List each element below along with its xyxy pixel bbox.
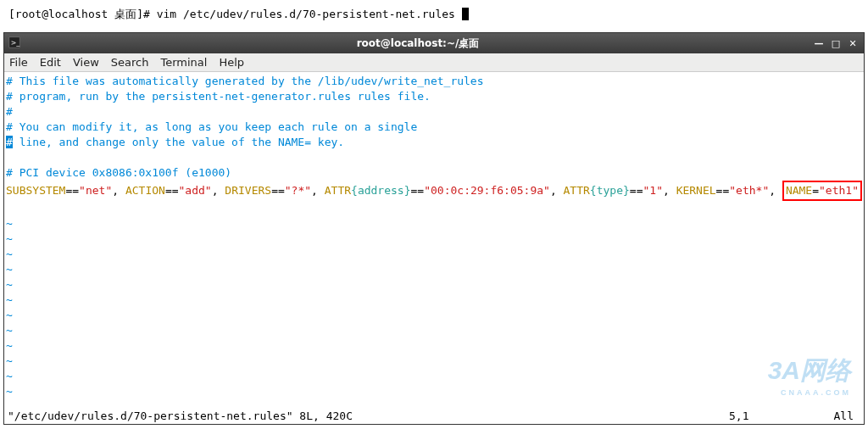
menu-terminal[interactable]: Terminal xyxy=(160,56,207,69)
vim-tilde: ~ xyxy=(6,354,13,367)
val-subsystem: "net" xyxy=(79,184,112,197)
attr-addr: {address} xyxy=(351,184,410,197)
kw-kernel: KERNEL xyxy=(676,184,716,197)
vim-tilde: ~ xyxy=(6,370,13,382)
attr-type: {type} xyxy=(590,184,630,197)
top-shell-prompt: [root@localhost 桌面]# vim /etc/udev/rules… xyxy=(0,0,868,29)
val-kernel: "eth*" xyxy=(729,184,769,197)
cursor-highlight: # xyxy=(6,136,13,148)
comment-line: line, and change only the value of the N… xyxy=(13,136,344,148)
vim-tilde: ~ xyxy=(6,263,13,276)
comment-line: # xyxy=(6,105,13,118)
status-cursor-pos: 5,1 xyxy=(729,410,748,422)
val-attr-type: "1" xyxy=(643,184,662,197)
prompt-text: [root@localhost 桌面]# vim /etc/udev/rules… xyxy=(8,8,462,20)
menu-search[interactable]: Search xyxy=(111,56,149,69)
minimize-icon: — xyxy=(815,38,824,49)
kw-subsystem: SUBSYSTEM xyxy=(6,184,65,197)
val-name: "eth1" xyxy=(819,184,859,197)
menu-edit[interactable]: Edit xyxy=(40,56,61,69)
vim-tilde: ~ xyxy=(6,385,13,398)
titlebar[interactable]: >_ root@localhost:~/桌面 — □ ✕ xyxy=(4,33,864,53)
terminal-window: >_ root@localhost:~/桌面 — □ ✕ File Edit V… xyxy=(3,32,865,425)
val-attr-addr: "00:0c:29:f6:05:9a" xyxy=(424,184,550,197)
svg-text:>_: >_ xyxy=(11,38,20,46)
status-scroll-pos: All xyxy=(834,410,854,422)
menu-bar: File Edit View Search Terminal Help xyxy=(4,53,864,72)
kw-attr-type: ATTR xyxy=(564,184,590,197)
vim-tilde: ~ xyxy=(6,293,13,306)
val-drivers: "?*" xyxy=(285,184,311,197)
vim-tilde: ~ xyxy=(6,232,13,245)
cursor xyxy=(462,8,469,20)
comment-line: # program, run by the persistent-net-gen… xyxy=(6,90,431,103)
comment-line: # This file was automatically generated … xyxy=(6,75,484,87)
vim-tilde: ~ xyxy=(6,324,13,337)
minimize-button[interactable]: — xyxy=(811,36,826,50)
kw-attr-addr: ATTR xyxy=(325,184,351,197)
close-icon: ✕ xyxy=(849,38,856,49)
menu-help[interactable]: Help xyxy=(219,56,244,69)
vim-tilde: ~ xyxy=(6,217,13,230)
comment-line: # You can modify it, as long as you keep… xyxy=(6,120,417,133)
vim-tilde: ~ xyxy=(6,278,13,291)
menu-file[interactable]: File xyxy=(9,56,28,69)
maximize-button[interactable]: □ xyxy=(828,36,843,50)
vim-tilde: ~ xyxy=(6,309,13,321)
kw-name: NAME xyxy=(786,184,812,197)
kw-drivers: DRIVERS xyxy=(225,184,271,197)
close-button[interactable]: ✕ xyxy=(845,36,860,50)
window-title: root@localhost:~/桌面 xyxy=(25,36,811,51)
menu-view[interactable]: View xyxy=(73,56,99,69)
vim-statusline: "/etc/udev/rules.d/70-persistent-net.rul… xyxy=(4,410,864,424)
highlighted-name-assignment: NAME="eth1" xyxy=(782,181,862,201)
status-file-info: "/etc/udev/rules.d/70-persistent-net.rul… xyxy=(8,410,729,422)
comment-line: # PCI device 0x8086:0x100f (e1000) xyxy=(6,166,231,179)
vim-editor-area[interactable]: # This file was automatically generated … xyxy=(4,72,864,410)
vim-tilde: ~ xyxy=(6,248,13,260)
window-icon: >_ xyxy=(4,36,25,51)
kw-action: ACTION xyxy=(125,184,165,197)
maximize-icon: □ xyxy=(832,38,840,49)
vim-tilde: ~ xyxy=(6,339,13,352)
val-action: "add" xyxy=(179,184,212,197)
